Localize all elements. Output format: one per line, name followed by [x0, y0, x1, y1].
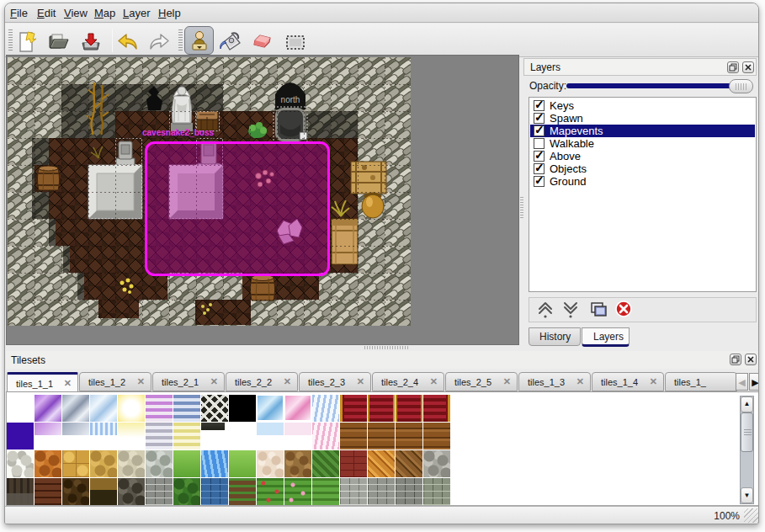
svg-text:north: north — [281, 95, 300, 104]
svg-text:cavesnake2_boss: cavesnake2_boss — [142, 128, 215, 137]
